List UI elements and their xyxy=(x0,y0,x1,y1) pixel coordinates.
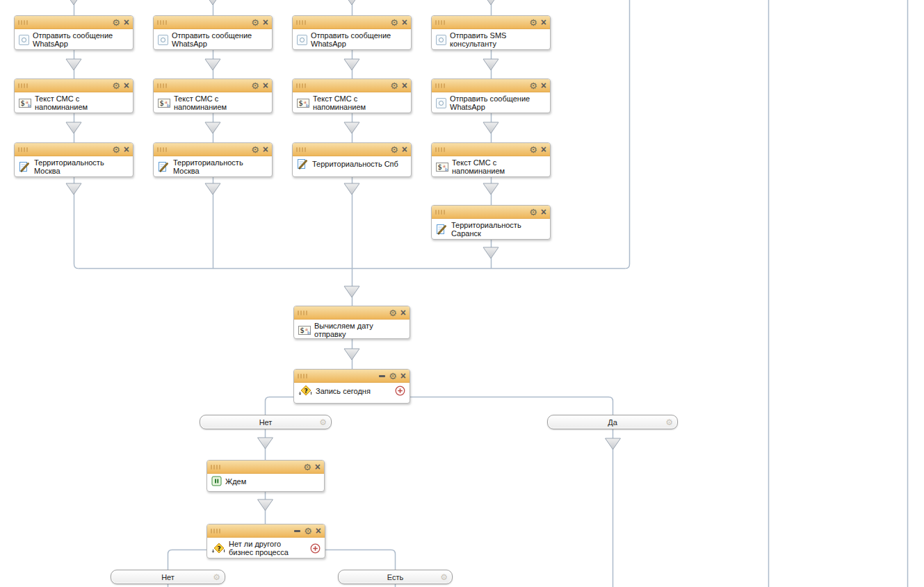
gear-icon[interactable]: ⚙ xyxy=(665,418,673,427)
drag-grip-icon[interactable] xyxy=(435,147,445,152)
gear-icon[interactable]: ⚙ xyxy=(529,145,537,154)
drag-grip-icon[interactable] xyxy=(18,20,28,25)
node-header: ⚙× xyxy=(293,79,411,92)
close-icon[interactable]: × xyxy=(400,308,406,317)
condition-text: Нет xyxy=(259,418,273,427)
condition-label-no-bottom[interactable]: Нет ⚙ xyxy=(111,570,225,584)
close-icon[interactable]: × xyxy=(400,372,406,380)
node-other-process-gateway[interactable]: ⚙× ?Нет ли другого бизнес процесса xyxy=(206,524,325,559)
close-icon[interactable]: × xyxy=(541,145,546,154)
formula-icon: $ab xyxy=(297,99,309,108)
add-branch-icon[interactable] xyxy=(395,386,405,396)
gear-icon[interactable]: ⚙ xyxy=(390,81,398,90)
gear-icon[interactable]: ⚙ xyxy=(390,145,398,154)
svg-text:?: ? xyxy=(304,388,307,395)
gear-icon[interactable]: ⚙ xyxy=(112,145,120,154)
close-icon[interactable]: × xyxy=(316,527,321,535)
gear-icon[interactable]: ⚙ xyxy=(529,208,537,217)
close-icon[interactable]: × xyxy=(402,81,407,90)
drag-grip-icon[interactable] xyxy=(157,20,167,25)
gear-icon[interactable]: ⚙ xyxy=(213,573,220,581)
node-territory-moscow-col1[interactable]: ⚙× Территориальность Москва xyxy=(14,142,133,177)
condition-label-no-top[interactable]: Нет ⚙ xyxy=(200,415,332,429)
close-icon[interactable]: × xyxy=(541,81,546,90)
node-territory-spb[interactable]: ⚙× Территориальность Спб xyxy=(292,142,412,177)
node-label: Территориальность Саранск xyxy=(451,221,546,238)
close-icon[interactable]: × xyxy=(124,145,129,154)
gear-icon[interactable]: ⚙ xyxy=(319,418,327,427)
node-sms-reminder-text-col1[interactable]: ⚙× $abТекст СМС с напоминанием xyxy=(14,78,133,113)
drag-grip-icon[interactable] xyxy=(18,147,28,152)
node-territory-saransk[interactable]: ⚙× Территориальность Саранск xyxy=(431,205,551,240)
node-calc-send-date[interactable]: ⚙× $abВычисляем дату отправку xyxy=(293,306,410,339)
drag-grip-icon[interactable] xyxy=(211,529,220,534)
node-label: Текст СМС с напоминанием xyxy=(174,94,268,111)
node-label: Текст СМС с напоминанием xyxy=(313,94,407,111)
node-header: ⚙× xyxy=(293,143,411,156)
close-icon[interactable]: × xyxy=(315,463,321,471)
gear-icon[interactable]: ⚙ xyxy=(112,18,120,27)
node-sms-reminder-text-col2[interactable]: ⚙× $abТекст СМС с напоминанием xyxy=(153,78,273,113)
node-wait[interactable]: ⚙× Ждем xyxy=(206,460,325,492)
node-sms-reminder-text-col3[interactable]: ⚙× $abТекст СМС с напоминанием xyxy=(292,78,412,113)
gear-icon[interactable]: ⚙ xyxy=(303,463,311,472)
minimize-icon[interactable] xyxy=(379,375,385,377)
drag-grip-icon[interactable] xyxy=(211,465,220,470)
close-icon[interactable]: × xyxy=(124,81,129,90)
gear-icon[interactable]: ⚙ xyxy=(440,573,448,581)
drag-grip-icon[interactable] xyxy=(296,147,306,152)
condition-label-exists[interactable]: Есть ⚙ xyxy=(338,570,453,584)
drag-grip-icon[interactable] xyxy=(157,147,167,152)
close-icon[interactable]: × xyxy=(402,18,407,26)
node-header: ⚙× xyxy=(432,206,550,219)
gear-icon[interactable]: ⚙ xyxy=(304,527,312,536)
close-icon[interactable]: × xyxy=(402,145,407,154)
gear-icon[interactable]: ⚙ xyxy=(251,18,259,27)
svg-text:$: $ xyxy=(300,326,305,334)
close-icon[interactable]: × xyxy=(541,18,546,26)
edit-icon xyxy=(19,161,31,172)
node-header: ⚙× xyxy=(15,16,133,29)
drag-grip-icon[interactable] xyxy=(298,311,307,315)
drag-grip-icon[interactable] xyxy=(296,83,306,88)
close-icon[interactable]: × xyxy=(263,81,268,90)
node-send-sms-consultant[interactable]: ⚙× Отправить SMS консультанту xyxy=(431,15,551,50)
minimize-icon[interactable] xyxy=(294,530,300,532)
gear-icon[interactable]: ⚙ xyxy=(529,81,537,90)
node-territory-moscow-col2[interactable]: ⚙× Территориальность Москва xyxy=(153,142,273,177)
arrowhead xyxy=(66,0,621,511)
node-label: Территориальность Москва xyxy=(173,158,268,175)
gear-icon[interactable]: ⚙ xyxy=(251,145,259,154)
node-label: Нет ли другого бизнес процесса xyxy=(229,540,303,556)
close-icon[interactable]: × xyxy=(541,208,546,216)
add-branch-icon[interactable] xyxy=(310,543,321,554)
close-icon[interactable]: × xyxy=(263,145,268,154)
close-icon[interactable]: × xyxy=(124,18,129,26)
gear-icon[interactable]: ⚙ xyxy=(389,308,397,317)
close-icon[interactable]: × xyxy=(263,18,268,26)
gateway-icon: ? xyxy=(298,385,312,397)
node-label: Отправить сообщение WhatsApp xyxy=(172,31,268,48)
drag-grip-icon[interactable] xyxy=(157,83,167,88)
edit-icon xyxy=(436,224,448,235)
condition-label-yes[interactable]: Да ⚙ xyxy=(547,415,678,429)
gear-icon[interactable]: ⚙ xyxy=(112,81,120,90)
gear-icon[interactable]: ⚙ xyxy=(389,372,397,381)
drag-grip-icon[interactable] xyxy=(435,210,445,215)
node-record-today-gateway[interactable]: ⚙× ?Запись сегодня xyxy=(293,369,410,404)
node-send-whatsapp-message-col4[interactable]: ⚙× Отправить сообщение WhatsApp xyxy=(431,78,551,113)
drag-grip-icon[interactable] xyxy=(18,83,28,88)
drag-grip-icon[interactable] xyxy=(298,374,307,379)
gear-icon[interactable]: ⚙ xyxy=(251,81,259,90)
node-send-whatsapp-message-col2[interactable]: ⚙× Отправить сообщение WhatsApp xyxy=(153,15,273,50)
node-send-whatsapp-message-col1[interactable]: ⚙× Отправить сообщение WhatsApp xyxy=(14,15,133,50)
drag-grip-icon[interactable] xyxy=(435,20,445,25)
gear-icon[interactable]: ⚙ xyxy=(529,18,537,27)
svg-text:b: b xyxy=(167,102,170,107)
drag-grip-icon[interactable] xyxy=(296,20,306,25)
node-send-whatsapp-message-col3[interactable]: ⚙× Отправить сообщение WhatsApp xyxy=(292,15,412,50)
drag-grip-icon[interactable] xyxy=(435,83,445,88)
gear-icon[interactable]: ⚙ xyxy=(390,18,398,27)
node-sms-reminder-text-col4[interactable]: ⚙× $abТекст СМС с напоминанием xyxy=(431,142,551,177)
svg-text:?: ? xyxy=(217,545,220,552)
